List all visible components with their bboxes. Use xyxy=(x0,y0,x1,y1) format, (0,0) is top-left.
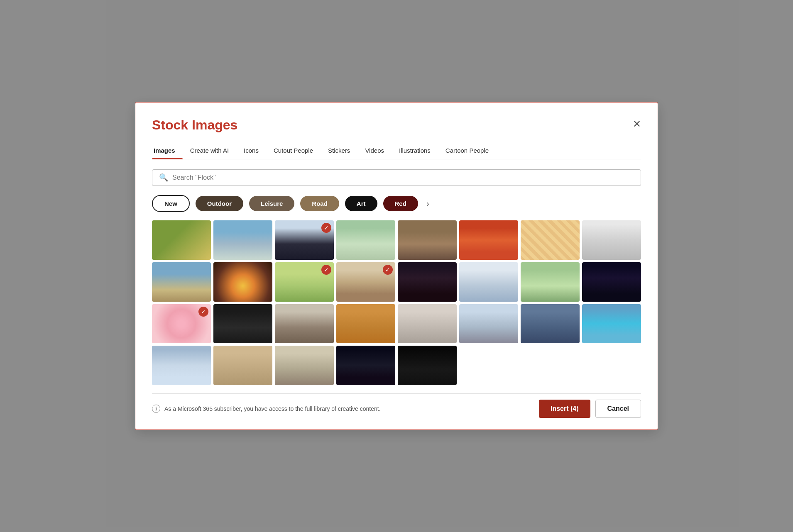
tab-videos[interactable]: Videos xyxy=(357,143,392,159)
footer-note-text: As a Microsoft 365 subscriber, you have … xyxy=(164,405,381,412)
image-item-10[interactable] xyxy=(213,262,272,302)
image-item-9[interactable] xyxy=(152,262,211,302)
image-item-3[interactable]: ✓ xyxy=(275,220,334,260)
tab-cartoon-people[interactable]: Cartoon People xyxy=(438,143,496,159)
filter-art[interactable]: Art xyxy=(345,196,377,211)
image-item-22[interactable] xyxy=(459,304,518,344)
image-item-5[interactable] xyxy=(398,220,457,260)
image-item-14[interactable] xyxy=(459,262,518,302)
image-item-18[interactable] xyxy=(213,304,272,344)
image-item-26[interactable] xyxy=(213,346,272,385)
search-input[interactable] xyxy=(172,174,634,181)
filter-new[interactable]: New xyxy=(152,195,190,212)
image-item-29[interactable] xyxy=(398,346,457,385)
search-bar: 🔍 xyxy=(152,169,641,186)
image-item-12[interactable]: ✓ xyxy=(336,262,395,302)
filter-outdoor[interactable]: Outdoor xyxy=(196,196,243,211)
check-badge-11: ✓ xyxy=(321,265,331,275)
image-item-25[interactable] xyxy=(152,346,211,385)
search-icon: 🔍 xyxy=(159,173,168,182)
image-item-19[interactable] xyxy=(275,304,334,344)
tab-illustrations[interactable]: Illustrations xyxy=(392,143,438,159)
image-item-4[interactable] xyxy=(336,220,395,260)
filter-leisure[interactable]: Leisure xyxy=(249,196,294,211)
modal-title: Stock Images xyxy=(152,117,237,133)
image-item-20[interactable] xyxy=(336,304,395,344)
image-item-15[interactable] xyxy=(521,262,580,302)
modal-footer: ℹ As a Microsoft 365 subscriber, you hav… xyxy=(152,393,641,418)
insert-button[interactable]: Insert (4) xyxy=(539,400,590,418)
image-item-28[interactable] xyxy=(336,346,395,385)
cancel-button[interactable]: Cancel xyxy=(595,400,641,418)
image-item-24[interactable] xyxy=(582,304,641,344)
modal-overlay: Stock Images ✕ Images Create with AI Ico… xyxy=(0,0,793,532)
footer-note: ℹ As a Microsoft 365 subscriber, you hav… xyxy=(152,405,381,413)
filter-row: New Outdoor Leisure Road Art Red › xyxy=(152,195,641,212)
image-item-21[interactable] xyxy=(398,304,457,344)
stock-images-modal: Stock Images ✕ Images Create with AI Ico… xyxy=(135,102,658,430)
image-item-8[interactable] xyxy=(582,220,641,260)
tab-cutout-people[interactable]: Cutout People xyxy=(266,143,321,159)
modal-header: Stock Images ✕ xyxy=(152,117,641,133)
check-badge-3: ✓ xyxy=(321,223,331,233)
image-item-27[interactable] xyxy=(275,346,334,385)
image-item-13[interactable] xyxy=(398,262,457,302)
tab-icons[interactable]: Icons xyxy=(236,143,266,159)
filter-road[interactable]: Road xyxy=(300,196,339,211)
tab-images[interactable]: Images xyxy=(152,143,183,159)
footer-actions: Insert (4) Cancel xyxy=(539,400,641,418)
image-item-11[interactable]: ✓ xyxy=(275,262,334,302)
image-item-23[interactable] xyxy=(521,304,580,344)
tab-stickers[interactable]: Stickers xyxy=(321,143,357,159)
filter-next-icon[interactable]: › xyxy=(424,196,432,211)
close-button[interactable]: ✕ xyxy=(633,119,641,129)
tab-create-ai[interactable]: Create with AI xyxy=(183,143,236,159)
image-item-16[interactable] xyxy=(582,262,641,302)
check-badge-12: ✓ xyxy=(383,265,393,275)
info-icon: ℹ xyxy=(152,405,160,413)
image-item-1[interactable] xyxy=(152,220,211,260)
tab-bar: Images Create with AI Icons Cutout Peopl… xyxy=(152,143,641,159)
check-badge-17: ✓ xyxy=(198,307,208,317)
image-item-2[interactable] xyxy=(213,220,272,260)
image-grid: ✓✓✓✓ xyxy=(152,220,641,385)
image-item-7[interactable] xyxy=(521,220,580,260)
image-item-17[interactable]: ✓ xyxy=(152,304,211,344)
image-item-6[interactable] xyxy=(459,220,518,260)
filter-red[interactable]: Red xyxy=(383,196,418,211)
